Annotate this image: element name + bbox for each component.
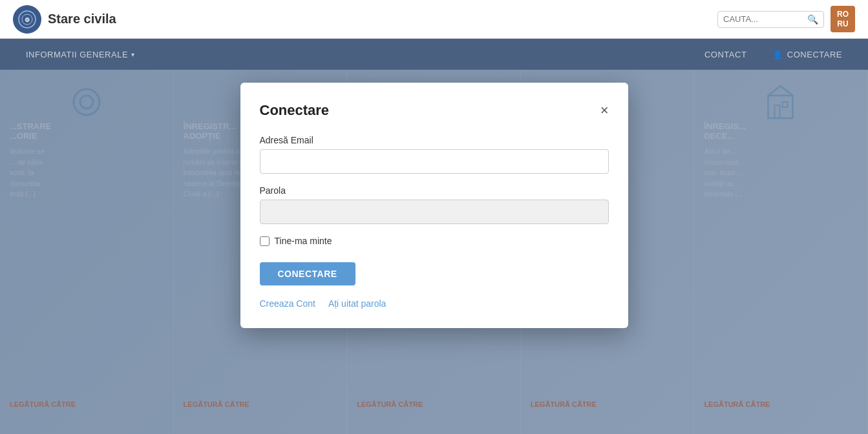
password-group: Parola (260, 185, 609, 224)
nav-item-conectare[interactable]: 👤 Conectare (759, 39, 855, 70)
login-modal: Conectare × Adresă Email Parola Tine-ma … (240, 83, 628, 328)
remember-group: Tine-ma minte (260, 236, 609, 246)
language-button[interactable]: RO RU (831, 6, 855, 32)
logo-icon: ⚙ (13, 5, 41, 34)
email-label: Adresă Email (260, 135, 609, 145)
search-button[interactable]: 🔍 (807, 14, 818, 25)
modal-close-button[interactable]: × (600, 103, 609, 118)
email-input[interactable] (260, 149, 609, 174)
user-icon: 👤 (772, 50, 783, 59)
svg-text:⚙: ⚙ (25, 17, 30, 23)
search-input[interactable] (723, 14, 807, 24)
bg-content: ...STRARE...ORIE ăsătorie se... de către… (0, 70, 868, 434)
modal-header: Conectare × (260, 102, 609, 119)
nav-item-contact[interactable]: CONTACT (692, 39, 759, 70)
nav-item-informatii[interactable]: INFORMATII GENERALE ▾ (13, 39, 148, 70)
register-link[interactable]: Creeaza Cont (260, 298, 315, 309)
modal-overlay: Conectare × Adresă Email Parola Tine-ma … (0, 70, 868, 434)
submit-button[interactable]: CONECTARE (260, 262, 355, 285)
modal-links: Creeaza Cont Ați uitat parola (260, 298, 609, 309)
nav-bar: INFORMATII GENERALE ▾ CONTACT 👤 Conectar… (0, 39, 868, 70)
forgot-password-link[interactable]: Ați uitat parola (328, 298, 386, 309)
modal-title: Conectare (260, 102, 330, 119)
dropdown-icon: ▾ (131, 51, 135, 58)
search-box[interactable]: 🔍 (717, 11, 824, 28)
email-group: Adresă Email (260, 135, 609, 174)
header-right: 🔍 RO RU (717, 6, 855, 32)
site-title: Stare civila (48, 12, 116, 26)
password-label: Parola (260, 185, 609, 196)
remember-label[interactable]: Tine-ma minte (275, 236, 332, 246)
header: ⚙ Stare civila 🔍 RO RU (0, 0, 868, 39)
remember-checkbox[interactable] (260, 236, 270, 246)
header-left: ⚙ Stare civila (13, 5, 116, 34)
password-input[interactable] (260, 200, 609, 224)
